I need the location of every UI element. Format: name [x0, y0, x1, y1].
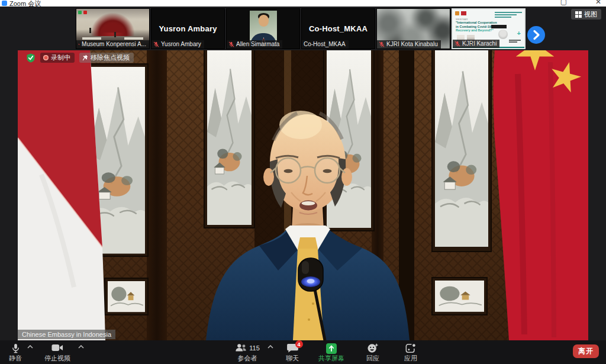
painting-right-tall	[432, 50, 491, 252]
chevron-right-icon	[527, 26, 545, 44]
slide-logo	[455, 11, 459, 15]
record-dot-icon	[43, 55, 49, 60]
smiley-reaction-icon	[368, 343, 378, 353]
participants-button[interactable]: 115 参会者	[227, 342, 268, 363]
participant-tile-kinabalu[interactable]: KJRI Kota Kinabalu	[376, 8, 450, 49]
apps-icon	[405, 343, 416, 353]
next-participants-button[interactable]	[527, 26, 545, 44]
participant-name-tag: Co-Host_MKAA	[302, 40, 349, 49]
recording-indicator: 录制中	[40, 53, 75, 63]
participant-name-tag: Allen Simarmata	[227, 40, 282, 49]
mute-options-caret[interactable]	[27, 345, 33, 349]
painting-right-small	[432, 278, 487, 315]
encryption-icon-mini	[78, 11, 82, 14]
view-button[interactable]: 视图	[571, 9, 601, 20]
participants-count: 115	[249, 344, 260, 352]
participant-name-tag: Museum Konperensi A...	[76, 40, 149, 49]
speaker-name-label: Chinese Embassy in Indonesia	[18, 330, 115, 339]
participants-caret[interactable]	[267, 345, 273, 349]
encryption-shield-icon[interactable]	[26, 53, 36, 63]
muted-mic-icon	[228, 41, 234, 47]
pin-icon	[82, 54, 88, 61]
slide-logo	[461, 11, 466, 15]
stop-video-button[interactable]: 停止视频	[39, 342, 76, 363]
participants-icon	[235, 343, 247, 352]
participant-tile-museum[interactable]: Museum Konperensi A...	[76, 8, 150, 49]
participant-name-tag: KJRI Karachi	[453, 40, 499, 48]
share-screen-button[interactable]: 共享屏幕	[312, 342, 350, 363]
mute-button[interactable]: 静音	[4, 342, 27, 363]
zoom-app-icon	[2, 1, 7, 6]
chat-unread-badge: 4	[295, 340, 303, 348]
participant-tile-allen[interactable]: Allen Simarmata	[226, 8, 300, 49]
indonesian-flag	[18, 50, 105, 340]
participant-tile-yusron[interactable]: Yusron Ambary Yusron Ambary	[151, 8, 225, 49]
embassy-room-scene	[18, 50, 588, 340]
reactions-button[interactable]: 回应	[359, 342, 387, 363]
close-icon[interactable]: ✕	[595, 0, 601, 6]
grid-view-icon	[575, 11, 582, 18]
remove-focus-video-button[interactable]: 移除焦点视频	[79, 53, 134, 63]
zoom-meeting-window: Zoom 会议 ▢ ✕ Museum Konperensi A... Yusro…	[0, 0, 606, 364]
painting-center-left	[204, 50, 254, 228]
chat-button[interactable]: 4 聊天	[279, 342, 305, 363]
muted-mic-icon	[379, 41, 385, 47]
video-camera-icon	[51, 343, 63, 352]
participant-tile-cohost[interactable]: Co-Host_MKAA Co-Host_MKAA	[301, 8, 375, 49]
recording-icon-mini	[83, 11, 87, 14]
muted-mic-icon	[454, 41, 460, 47]
share-screen-icon	[326, 343, 337, 354]
participant-name-tag: KJRI Kota Kinabalu	[377, 40, 441, 49]
maximize-icon[interactable]: ▢	[560, 0, 567, 6]
painting-left-small	[105, 278, 148, 315]
participant-name-tag: Yusron Ambary	[152, 40, 204, 49]
microphone-icon	[11, 343, 21, 353]
meeting-toolbar: 静音 停止视频 115 参会者	[0, 340, 606, 364]
participant-filmstrip: Museum Konperensi A... Yusron Ambary Yus…	[0, 7, 606, 50]
video-options-caret[interactable]	[78, 345, 84, 349]
participant-tile-karachi[interactable]: WEBINAR "International Cooperation in Co…	[452, 8, 526, 49]
muted-mic-icon	[78, 41, 80, 47]
title-bar: Zoom 会议 ▢ ✕	[0, 0, 606, 7]
chinese-flag	[494, 50, 589, 340]
window-title: Zoom 会议	[9, 0, 41, 7]
apps-button[interactable]: 应用	[397, 342, 425, 363]
leave-meeting-button[interactable]: 离开	[573, 344, 599, 358]
main-speaker-video[interactable]: 录制中 移除焦点视频 Chinese Embassy in Indonesia	[18, 50, 588, 340]
muted-mic-icon	[153, 41, 159, 47]
video-badges: 录制中 移除焦点视频	[26, 53, 134, 63]
slide-speaker-photo	[498, 30, 508, 39]
